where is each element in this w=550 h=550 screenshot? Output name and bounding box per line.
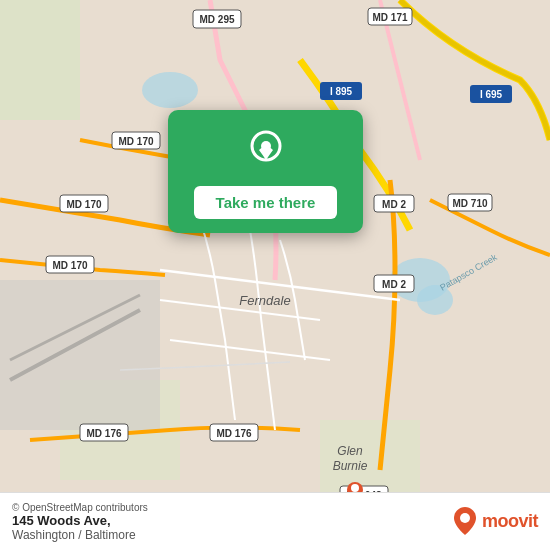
osm-credit: © OpenStreetMap contributors <box>12 502 148 513</box>
moovit-logo: moovit <box>454 507 538 535</box>
address-text: 145 Woods Ave, <box>12 513 148 528</box>
svg-text:MD 2: MD 2 <box>382 279 406 290</box>
address-block: © OpenStreetMap contributors 145 Woods A… <box>12 500 148 542</box>
svg-point-45 <box>460 513 470 523</box>
svg-text:MD 170: MD 170 <box>66 199 101 210</box>
moovit-brand-text: moovit <box>482 511 538 532</box>
svg-text:MD 295: MD 295 <box>199 14 234 25</box>
svg-text:MD 710: MD 710 <box>452 198 487 209</box>
svg-text:Glen: Glen <box>337 444 363 458</box>
take-me-there-button[interactable]: Take me there <box>194 186 338 219</box>
svg-text:Burnie: Burnie <box>333 459 368 473</box>
svg-rect-7 <box>0 280 160 430</box>
location-card: Take me there <box>168 110 363 233</box>
svg-text:I 695: I 695 <box>480 89 503 100</box>
moovit-pin-icon <box>454 507 476 535</box>
city-text: Washington / Baltimore <box>12 528 148 542</box>
bottom-bar: © OpenStreetMap contributors 145 Woods A… <box>0 492 550 550</box>
location-pin-icon <box>244 128 288 172</box>
svg-text:MD 170: MD 170 <box>118 136 153 147</box>
svg-text:MD 176: MD 176 <box>86 428 121 439</box>
svg-text:MD 171: MD 171 <box>372 12 407 23</box>
svg-point-3 <box>142 72 198 108</box>
svg-text:MD 2: MD 2 <box>382 199 406 210</box>
svg-text:Ferndale: Ferndale <box>239 293 290 308</box>
svg-point-42 <box>351 484 359 492</box>
svg-rect-4 <box>0 0 80 120</box>
map-container: I 695 MD 295 MD 171 I 895 MD 170 MD 170 … <box>0 0 550 550</box>
svg-text:I 895: I 895 <box>330 86 353 97</box>
svg-text:MD 170: MD 170 <box>52 260 87 271</box>
svg-text:MD 176: MD 176 <box>216 428 251 439</box>
